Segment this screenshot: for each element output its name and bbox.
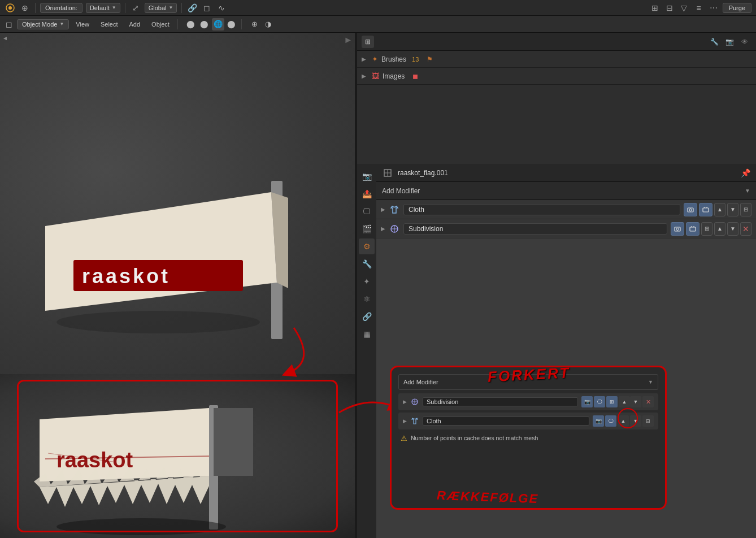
divider2 bbox=[125, 3, 125, 13]
top-right-panel: ⊞ 🔧 📷 👁 ▶ ✦ Brushes 13 ⚑ ▶ 🖼 Images ◼ bbox=[357, 33, 756, 174]
object-menu[interactable]: Object bbox=[147, 20, 174, 29]
annot-cloth-icon bbox=[410, 416, 419, 426]
chevron-down-icon2: ▼ bbox=[168, 5, 173, 10]
props-icon-output[interactable]: 📤 bbox=[359, 186, 375, 202]
panel2-icon[interactable]: ⊟ bbox=[664, 2, 675, 14]
cloth-move-up-btn[interactable]: ▲ bbox=[714, 203, 725, 216]
shading-icon[interactable]: ◑ bbox=[262, 18, 275, 31]
cloth-camera-btn[interactable] bbox=[684, 203, 697, 216]
warning-row: ⚠ Number of points in cache does not mat… bbox=[398, 432, 658, 445]
add-menu[interactable]: Add bbox=[125, 20, 145, 29]
purge-button[interactable]: Purge bbox=[723, 3, 751, 13]
brushes-expand-icon: ▶ bbox=[362, 56, 366, 62]
brushes-label: Brushes bbox=[381, 55, 406, 63]
subdiv-expand-icon[interactable]: ▶ bbox=[381, 225, 385, 232]
chevron-down-icon: ▼ bbox=[112, 5, 116, 10]
svg-rect-22 bbox=[703, 208, 709, 212]
object-name-label: raaskot_flag.001 bbox=[398, 169, 448, 177]
annot-cloth-down-btn: ▼ bbox=[630, 415, 641, 427]
props-icon-constraints[interactable]: 🔗 bbox=[359, 309, 375, 324]
view-menu[interactable]: View bbox=[71, 20, 94, 29]
props-icon-view[interactable]: 🖵 bbox=[359, 203, 375, 219]
annot-subdiv-rend-btn: 🖵 bbox=[594, 396, 605, 407]
subdiv-delete-btn[interactable]: ✕ bbox=[740, 222, 751, 236]
props-icon-particles[interactable]: ✦ bbox=[359, 274, 375, 289]
annot-subdiv-row: ▶ Subdivision 📷 🖵 ⊞ ▲ ▼ ✕ bbox=[398, 393, 658, 410]
cloth-expand-icon[interactable]: ▶ bbox=[381, 206, 385, 212]
cloth-modifier-row: ▶ ▲ ▼ ⊟ bbox=[376, 200, 756, 219]
subdiv-move-up-btn[interactable]: ▲ bbox=[714, 222, 725, 236]
more-icon[interactable]: ⋯ bbox=[708, 2, 719, 14]
annot-cloth-up-btn: ▲ bbox=[618, 415, 629, 427]
props-icon-data[interactable]: ▦ bbox=[359, 326, 375, 342]
filter-icon[interactable]: ▽ bbox=[679, 2, 690, 14]
svg-point-7 bbox=[57, 311, 260, 333]
transform-icon: ⤢ bbox=[130, 2, 141, 14]
props-tab-view[interactable]: 👁 bbox=[738, 35, 751, 49]
subdivision-modifier-row: ▶ ⊞ ▲ ▼ ✕ bbox=[376, 219, 756, 238]
props-icon-object[interactable]: ⚙ bbox=[359, 238, 375, 254]
props-icon-scene[interactable]: 🎬 bbox=[359, 221, 375, 237]
images-icon: 🖼 bbox=[372, 72, 379, 80]
list-icon[interactable]: ≡ bbox=[693, 2, 705, 14]
brushes-row[interactable]: ▶ ✦ Brushes 13 ⚑ bbox=[357, 51, 756, 68]
svg-rect-30 bbox=[690, 227, 696, 231]
wave-icon[interactable]: ∿ bbox=[216, 2, 227, 14]
props-tab-render[interactable]: 📷 bbox=[723, 35, 736, 49]
global-dropdown[interactable]: Global ▼ bbox=[145, 3, 177, 13]
svg-point-21 bbox=[689, 209, 692, 211]
props-tab-scene[interactable]: 🔧 bbox=[707, 35, 721, 49]
cloth-name-input[interactable] bbox=[403, 204, 680, 215]
warning-triangle-icon: ⚠ bbox=[401, 434, 407, 442]
annot-cloth-cam-btn: 📷 bbox=[593, 415, 604, 427]
subdiv-camera-btn[interactable] bbox=[671, 222, 684, 236]
cloth-move-down-btn[interactable]: ▼ bbox=[727, 203, 738, 216]
viewport-icons: ⬤ ⬤ 🌐 ⬤ bbox=[185, 18, 238, 31]
viewport-shading-icon1[interactable]: ⬤ bbox=[185, 18, 197, 31]
add-modifier-row[interactable]: Add Modifier ▼ bbox=[376, 182, 756, 200]
overlay-icon[interactable]: ⊕ bbox=[249, 18, 261, 31]
cloth-render-btn[interactable] bbox=[699, 203, 712, 216]
brushes-count-badge: 13 bbox=[412, 56, 419, 63]
second-bar: ◻ Object Mode ▼ View Select Add Object ⬤… bbox=[0, 16, 756, 33]
divider4 bbox=[177, 19, 178, 29]
blender-logo-icon bbox=[5, 2, 16, 14]
select-menu[interactable]: Select bbox=[96, 20, 123, 29]
annot-subdiv-up-btn: ▲ bbox=[619, 396, 630, 407]
image-tool-icon: ◼ bbox=[412, 72, 418, 80]
main-viewport[interactable]: raaskot ◄ ► bbox=[0, 33, 355, 374]
select-tool-icon[interactable]: ◻ bbox=[201, 2, 212, 14]
orientation-dropdown[interactable]: Default ▼ bbox=[86, 3, 120, 13]
panel-menu-icon[interactable]: ⊞ bbox=[362, 36, 374, 48]
viewport-shading-icon3[interactable]: 🌐 bbox=[212, 18, 224, 31]
svg-marker-3 bbox=[45, 192, 277, 311]
pin-icon[interactable]: 📌 bbox=[741, 168, 750, 177]
svg-point-1 bbox=[8, 6, 12, 10]
link-icon[interactable]: 🔗 bbox=[186, 2, 198, 14]
subdiv-extra-btn[interactable]: ⊞ bbox=[701, 222, 712, 236]
images-row[interactable]: ▶ 🖼 Images ◼ bbox=[357, 68, 756, 85]
overlay-icons: ⊕ ◑ bbox=[249, 18, 275, 31]
panel-icon[interactable]: ⊞ bbox=[649, 2, 661, 14]
subdiv-move-down-btn[interactable]: ▼ bbox=[727, 222, 738, 236]
small-viewport: raaskot bbox=[0, 374, 355, 538]
svg-point-16 bbox=[57, 518, 226, 535]
viewport-shading-icon2[interactable]: ⬤ bbox=[198, 18, 211, 31]
subdivision-name-input[interactable] bbox=[403, 223, 667, 235]
subdiv-render-btn[interactable] bbox=[686, 222, 699, 236]
cloth-menu-btn[interactable]: ⊟ bbox=[740, 203, 751, 216]
viewport-shading-icon4[interactable]: ⬤ bbox=[225, 18, 238, 31]
props-icon-physics[interactable]: ⚛ bbox=[359, 291, 375, 307]
annot-cloth-btns: 📷 🖵 ▲ ▼ ⊟ bbox=[593, 415, 654, 427]
props-icon-render[interactable]: 📷 bbox=[359, 168, 375, 184]
images-label: Images bbox=[383, 72, 405, 80]
svg-text:raaskot: raaskot bbox=[57, 448, 133, 472]
orientation-label: Orientation: bbox=[40, 3, 82, 13]
annot-subdiv-icon bbox=[410, 397, 419, 406]
top-bar: ⊕ Orientation: Default ▼ ⤢ Global ▼ 🔗 ◻ … bbox=[0, 0, 756, 16]
props-icon-modifiers[interactable]: 🔧 bbox=[359, 256, 375, 272]
cloth-action-buttons: ▲ ▼ ⊟ bbox=[684, 203, 751, 216]
warning-text: Number of points in cache does not match… bbox=[411, 435, 538, 441]
object-mode-selector[interactable]: Object Mode ▼ bbox=[17, 19, 69, 29]
add-modifier-label: Add Modifier bbox=[382, 187, 745, 195]
